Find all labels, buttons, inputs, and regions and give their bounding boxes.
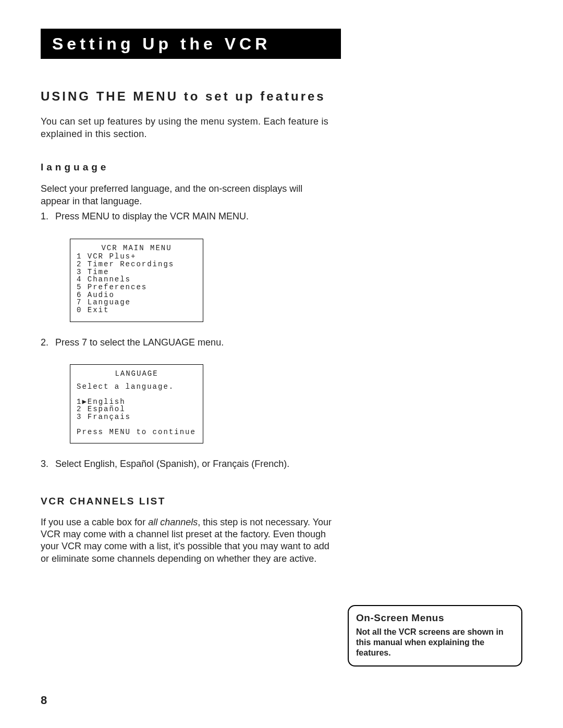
menu-item: 3 Français [77,413,197,421]
menu-footer: Press MENU to continue [77,428,197,436]
language-intro: Select your preferred language, and the … [41,182,333,208]
section-heading-using-menu: USING THE MENU to set up features [41,89,522,104]
menu-title: LANGUAGE [77,370,197,378]
manual-page: Setting Up the VCR USING THE MENU to set… [0,0,563,728]
menu-item: 7 Language [77,299,197,306]
menu-item: 4 Channels [77,276,197,283]
chapter-banner: Setting Up the VCR [41,29,341,59]
subsection-heading-channels: VCR CHANNELS LIST [41,496,522,507]
menu-item: 2 Español [77,405,197,413]
menu-instruction: Select a language. [77,383,197,391]
step-2-text: Press 7 to select the LANGUAGE menu. [55,337,224,348]
menu-item: 6 Audio [77,291,197,299]
page-content: USING THE MENU to set up features You ca… [41,59,522,565]
step-3: Select English, Español (Spanish), or Fr… [41,458,522,470]
step-2: Press 7 to select the LANGUAGE menu. LAN… [41,337,522,444]
menu-item: 0 Exit [77,306,197,314]
page-number: 8 [41,694,47,707]
chapter-title: Setting Up the VCR [52,34,271,54]
step-1-text: Press MENU to display the VCR MAIN MENU. [55,211,249,221]
menu-title: VCR MAIN MENU [77,244,197,252]
callout-title: On-Screen Menus [356,612,514,624]
channels-paragraph: If you use a cable box for all channels,… [41,516,333,565]
menu-item: 5 Preferences [77,283,197,291]
intro-paragraph: You can set up features by using the men… [41,115,333,141]
menu-item: 1▶English [77,398,197,406]
channels-emphasis: all channels [148,517,198,527]
menu-item: 3 Time [77,268,197,276]
menu-item: 2 Timer Recordings [77,261,197,268]
menu-item: 1 VCR Plus+ [77,253,197,261]
subsection-heading-language: language [41,162,522,173]
onscreen-menus-callout: On-Screen Menus Not all the VCR screens … [348,605,522,667]
step-1: Press MENU to display the VCR MAIN MENU.… [41,211,522,322]
step-3-text: Select English, Español (Spanish), or Fr… [55,459,289,469]
language-steps: Press MENU to display the VCR MAIN MENU.… [41,211,522,470]
language-menu-screen: LANGUAGE Select a language. 1▶English 2 … [70,364,203,443]
vcr-main-menu-screen: VCR MAIN MENU 1 VCR Plus+ 2 Timer Record… [70,239,203,322]
callout-body: Not all the VCR screens are shown in thi… [356,627,514,658]
channels-text-prefix: If you use a cable box for [41,517,148,527]
